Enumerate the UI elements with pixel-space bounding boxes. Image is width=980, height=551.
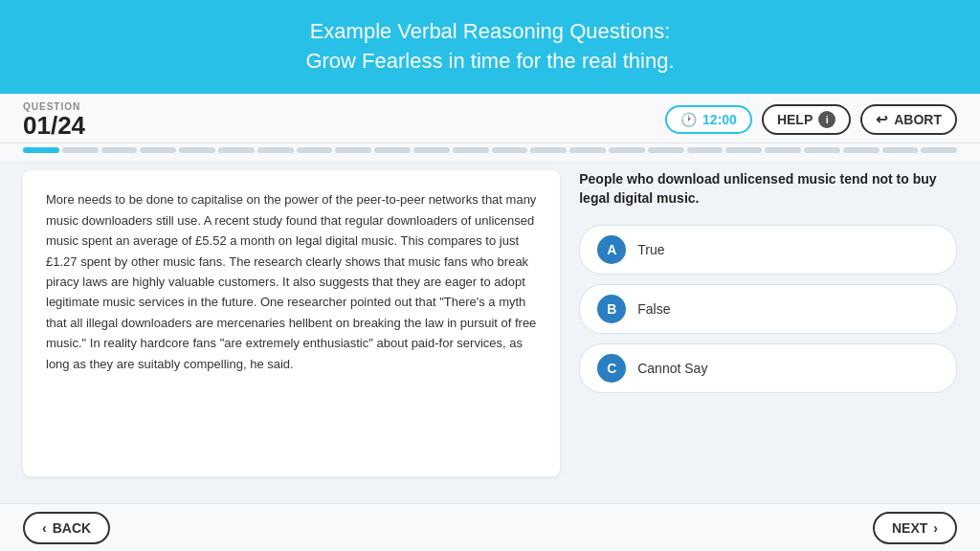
abort-button[interactable]: ABORT: [860, 104, 957, 135]
progress-bar: [0, 143, 980, 161]
progress-segment-7: [257, 147, 294, 153]
progress-segment-8: [297, 147, 333, 153]
help-label: HELP: [777, 112, 813, 127]
progress-segment-10: [374, 147, 411, 153]
progress-segment-13: [492, 147, 528, 153]
question-card: More needs to be done to capitalise on t…: [23, 170, 560, 476]
progress-segment-1: [23, 147, 59, 153]
question-info: QUESTION 01/24: [23, 101, 85, 140]
progress-segment-22: [843, 147, 880, 153]
progress-segment-20: [765, 147, 801, 153]
option-circle-b: B: [597, 295, 626, 323]
progress-segment-3: [101, 147, 138, 153]
progress-segment-21: [804, 147, 840, 153]
header-line1: Example Verbal Reasoning Questions:: [310, 19, 671, 43]
page-header: Example Verbal Reasoning Questions: Grow…: [0, 0, 980, 94]
progress-segment-17: [648, 147, 684, 153]
progress-segment-12: [453, 147, 489, 153]
progress-segment-5: [179, 147, 215, 153]
option-circle-a: A: [597, 235, 626, 264]
main-content: More needs to be done to capitalise on t…: [0, 161, 980, 486]
timer-label: 12:00: [702, 112, 737, 127]
progress-segment-18: [687, 147, 724, 153]
option-circle-c: C: [597, 354, 626, 383]
progress-segment-6: [218, 147, 255, 153]
options-container: ATrueBFalseCCannot Say: [579, 225, 957, 403]
clock-icon: [680, 112, 697, 127]
progress-segment-11: [413, 147, 450, 153]
next-label: NEXT: [892, 520, 927, 536]
back-chevron: ‹: [42, 520, 47, 536]
progress-segment-23: [882, 147, 919, 153]
question-statement: People who download unlicensed music ten…: [579, 170, 957, 208]
footer: ‹ BACK NEXT ›: [0, 503, 980, 551]
header-title: Example Verbal Reasoning Questions: Grow…: [19, 17, 961, 77]
passage-text: More needs to be done to capitalise on t…: [46, 189, 537, 374]
progress-segment-24: [921, 147, 957, 153]
next-button[interactable]: NEXT ›: [873, 512, 957, 544]
help-button[interactable]: HELP i: [762, 104, 851, 135]
progress-segment-9: [335, 147, 371, 153]
progress-segment-15: [569, 147, 606, 153]
option-label-a: True: [637, 242, 664, 257]
back-label: BACK: [53, 520, 91, 536]
answer-option-b[interactable]: BFalse: [579, 284, 957, 334]
progress-segment-2: [62, 147, 99, 153]
help-icon: i: [818, 111, 835, 128]
progress-segment-16: [609, 147, 645, 153]
controls: 12:00 HELP i ABORT: [665, 104, 957, 135]
answer-panel: People who download unlicensed music ten…: [579, 170, 957, 476]
answer-option-c[interactable]: CCannot Say: [579, 343, 957, 393]
progress-segment-14: [530, 147, 567, 153]
question-number: 01/24: [23, 112, 85, 140]
next-chevron: ›: [933, 520, 938, 536]
sub-header: QUESTION 01/24 12:00 HELP i ABORT: [0, 94, 980, 144]
timer-button[interactable]: 12:00: [665, 105, 752, 134]
back-button[interactable]: ‹ BACK: [23, 512, 110, 544]
option-label-b: False: [637, 301, 670, 317]
answer-option-a[interactable]: ATrue: [579, 225, 957, 275]
progress-segment-4: [140, 147, 176, 153]
progress-segment-19: [725, 147, 762, 153]
option-label-c: Cannot Say: [637, 361, 707, 376]
header-line2: Grow Fearless in time for the real thing…: [305, 49, 674, 73]
abort-label: ABORT: [894, 112, 942, 127]
abort-icon: [876, 111, 888, 128]
question-label: QUESTION: [23, 101, 85, 112]
